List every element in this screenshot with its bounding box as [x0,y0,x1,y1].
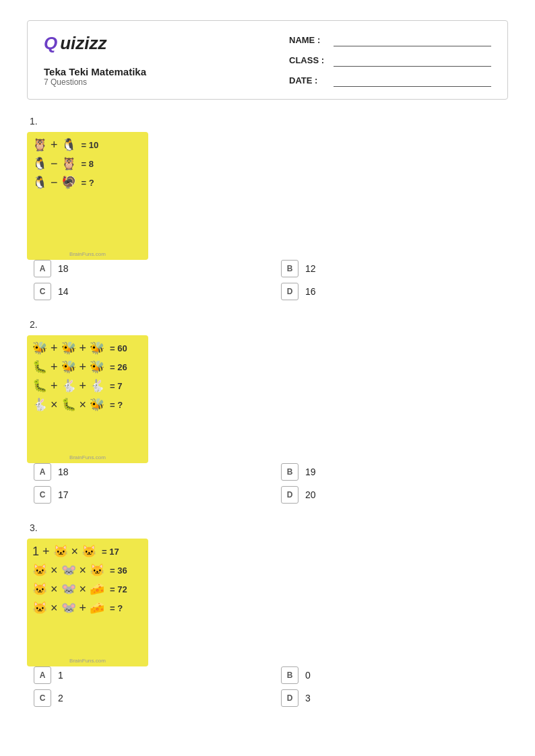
date-field-row: DATE : [289,73,491,87]
logo-q: Q [44,33,57,54]
name-field-row: NAME : [289,33,491,46]
option-letter-2-A: A [34,463,51,481]
logo-area: Q uizizz Teka Teki Matematika 7 Question… [44,33,146,87]
puzzle-eq-2-3: = 7 [110,381,122,391]
date-line [334,73,491,87]
puzzle-left-3-1: 1 + 🐱 × 🐱 [32,544,96,559]
logo-rest: uizizz [60,33,106,54]
option-1-D: D16 [281,283,508,300]
puzzle-row-2-1: 🐝 + 🐝 + 🐝= 60 [32,341,143,355]
puzzle-row-1-2: 🐧 − 🦉= 8 [32,156,143,171]
question-number-2: 2. [27,319,508,330]
puzzle-eq-2-2: = 26 [110,362,127,372]
puzzle-left-1-1: 🦉 + 🐧 [32,137,76,152]
puzzle-row-3-3: 🐱 × 🐭 × 🧀= 72 [32,582,143,596]
puzzle-row-1-3: 🐧 − 🦃= ? [32,175,143,190]
puzzle-left-3-2: 🐱 × 🐭 × 🐱 [32,563,104,578]
puzzle-eq-3-2: = 36 [110,565,127,576]
quiz-title: Teka Teki Matematika [44,66,146,77]
puzzle-row-3-4: 🐱 × 🐭 + 🧀= ? [32,600,143,615]
option-letter-3-D: D [281,689,298,707]
watermark: BrainFuns.com [69,658,106,664]
option-value-3-A: 1 [58,670,63,681]
option-1-A: A18 [34,260,261,277]
logo: Q uizizz [44,33,146,54]
question-2: 2.🐝 + 🐝 + 🐝= 60🐛 + 🐝 + 🐝= 26🐛 + 🐇 + 🐇= 7… [27,319,508,504]
option-3-B: B0 [281,666,508,684]
puzzle-row-2-4: 🐇 × 🐛 × 🐝= ? [32,397,143,412]
puzzle-left-2-2: 🐛 + 🐝 + 🐝 [32,359,104,374]
option-value-1-B: 12 [305,263,316,274]
puzzle-eq-3-3: = 72 [110,584,127,594]
option-letter-3-C: C [34,689,51,707]
puzzle-row-3-2: 🐱 × 🐭 × 🐱= 36 [32,563,143,578]
puzzle-left-1-3: 🐧 − 🦃 [32,175,76,190]
option-value-3-D: 3 [305,693,311,703]
options-grid-2: A18B19C17D20 [27,463,508,504]
option-letter-2-D: D [281,486,298,504]
header-box: Q uizizz Teka Teki Matematika 7 Question… [27,20,508,100]
option-value-2-D: 20 [305,489,316,500]
class-line [334,53,491,67]
option-letter-1-A: A [34,260,51,277]
puzzle-eq-1-3: = ? [82,178,94,188]
question-3: 3.1 + 🐱 × 🐱= 17🐱 × 🐭 × 🐱= 36🐱 × 🐭 × 🧀= 7… [27,522,508,707]
options-grid-3: A1B0C2D3 [27,666,508,707]
option-3-D: D3 [281,689,508,707]
option-letter-1-C: C [34,283,51,300]
puzzle-eq-3-4: = ? [110,603,123,613]
puzzle-image-3: 1 + 🐱 × 🐱= 17🐱 × 🐭 × 🐱= 36🐱 × 🐭 × 🧀= 72🐱… [27,539,148,666]
name-label: NAME : [289,35,329,45]
puzzle-left-3-4: 🐱 × 🐭 + 🧀 [32,600,104,615]
puzzle-left-2-3: 🐛 + 🐇 + 🐇 [32,378,104,393]
puzzle-row-2-3: 🐛 + 🐇 + 🐇= 7 [32,378,143,393]
option-3-C: C2 [34,689,261,707]
puzzle-image-1: 🦉 + 🐧= 10🐧 − 🦉= 8🐧 − 🦃= ?BrainFuns.com [27,132,148,260]
option-letter-2-C: C [34,486,51,504]
puzzle-image-2: 🐝 + 🐝 + 🐝= 60🐛 + 🐝 + 🐝= 26🐛 + 🐇 + 🐇= 7🐇 … [27,335,148,463]
option-value-2-A: 18 [58,467,69,477]
puzzle-left-3-3: 🐱 × 🐭 × 🧀 [32,582,104,596]
options-grid-1: A18B12C14D16 [27,260,508,300]
option-value-3-C: 2 [58,693,63,703]
puzzle-eq-1-1: = 10 [82,140,99,150]
question-1: 1.🦉 + 🐧= 10🐧 − 🦉= 8🐧 − 🦃= ?BrainFuns.com… [27,116,508,300]
option-2-C: C17 [34,486,261,504]
option-letter-2-B: B [281,463,298,481]
option-2-B: B19 [281,463,508,481]
watermark: BrainFuns.com [69,454,106,460]
option-value-2-B: 19 [305,467,316,477]
date-label: DATE : [289,75,329,85]
puzzle-eq-2-1: = 60 [110,343,127,353]
option-1-B: B12 [281,260,508,277]
puzzle-eq-1-2: = 8 [82,159,94,169]
puzzle-left-1-2: 🐧 − 🦉 [32,156,76,171]
quiz-subtitle: 7 Questions [44,77,146,87]
class-field-row: CLASS : [289,53,491,67]
question-number-3: 3. [27,522,508,533]
puzzle-left-2-4: 🐇 × 🐛 × 🐝 [32,397,104,412]
question-number-1: 1. [27,116,508,127]
fields-area: NAME : CLASS : DATE : [289,33,491,87]
puzzle-row-3-1: 1 + 🐱 × 🐱= 17 [32,544,143,559]
option-2-A: A18 [34,463,261,481]
option-value-1-A: 18 [58,263,69,274]
watermark: BrainFuns.com [69,251,106,257]
name-line [334,33,491,46]
puzzle-eq-2-4: = ? [110,400,123,410]
option-3-A: A1 [34,666,261,684]
puzzle-row-2-2: 🐛 + 🐝 + 🐝= 26 [32,359,143,374]
option-value-1-C: 14 [58,286,69,297]
option-1-C: C14 [34,283,261,300]
option-letter-3-A: A [34,666,51,684]
option-value-3-B: 0 [305,670,311,681]
option-2-D: D20 [281,486,508,504]
option-value-1-D: 16 [305,286,316,297]
option-letter-3-B: B [281,666,298,684]
option-letter-1-D: D [281,283,298,300]
questions-container: 1.🦉 + 🐧= 10🐧 − 🦉= 8🐧 − 🦃= ?BrainFuns.com… [27,116,508,707]
option-letter-1-B: B [281,260,298,277]
puzzle-row-1-1: 🦉 + 🐧= 10 [32,137,143,152]
page: Q uizizz Teka Teki Matematika 7 Question… [0,0,535,746]
class-label: CLASS : [289,55,329,65]
